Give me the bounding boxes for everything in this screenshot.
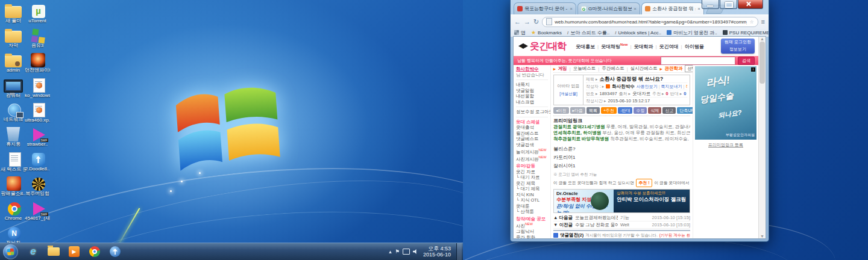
edit-button[interactable]: 수정 bbox=[634, 107, 647, 114]
taskbar-explorer[interactable] bbox=[43, 244, 64, 259]
sidebar-item-comment-alerts[interactable]: 댓글알림 bbox=[516, 88, 550, 94]
nav-item[interactable]: 웃대홍보 bbox=[576, 43, 595, 50]
tab-close-icon[interactable]: × bbox=[697, 6, 700, 11]
desktop-icon-network[interactable]: 네트워크 bbox=[1, 102, 25, 127]
sidebar-item[interactable]: 사진NEW bbox=[516, 221, 550, 229]
premium-link-row[interactable]: 관절치료 광덕21세기병원 무릎, 어깨, 발목관절, 비수술치료, 관절내시경… bbox=[553, 124, 690, 130]
minimize-button[interactable] bbox=[702, 0, 719, 9]
scrollbar-thumb[interactable] bbox=[760, 42, 765, 84]
bookmark-4[interactable]: 마비노기 영웅전 과.. bbox=[667, 29, 717, 36]
desktop-icon-squares-app[interactable]: 음유3 bbox=[25, 28, 49, 53]
link-view-usage[interactable]: 사용안보기 bbox=[637, 84, 658, 88]
address-bar[interactable]: web.humoruniv.com/board/humor/read.html?… bbox=[542, 17, 758, 27]
sidebar-item[interactable]: └ 산책툰 bbox=[516, 209, 550, 215]
desktop-icon-swf-file-1[interactable]: strawber.. bbox=[25, 127, 49, 152]
bookmark-star-icon[interactable]: ☆ bbox=[749, 19, 753, 25]
scroll-up-arrow[interactable]: ▲ bbox=[760, 37, 764, 41]
reload-button[interactable]: ↻ bbox=[533, 19, 539, 25]
desktop-icon-game[interactable]: 팡해율소8.. bbox=[1, 176, 25, 201]
desktop-icon-ko-windows-file[interactable]: ko_windows.. bbox=[25, 78, 49, 102]
short-url-button[interactable]: 단축URL bbox=[677, 107, 693, 114]
ad-banner[interactable]: Dr.Oracle 수분부족형 지성 피부!!! 끈/적/임 없이 수/분 채우… bbox=[553, 189, 690, 213]
site-logo[interactable]: 웃긴대학 bbox=[530, 40, 566, 53]
search-input[interactable] bbox=[661, 57, 735, 65]
desktop-icon-ultra-file[interactable]: ultra460.xp.. bbox=[25, 102, 49, 127]
sidebar-item[interactable]: 웃대툰 bbox=[516, 203, 550, 209]
login-info-badge[interactable]: 현재 로그인한 정보보기 bbox=[721, 39, 755, 54]
desktop-icon-utorrent[interactable]: µuTorrent bbox=[25, 4, 49, 28]
prev-button[interactable]: ◂이전 bbox=[553, 107, 569, 114]
browser-menu-icon[interactable]: ≡ bbox=[761, 18, 765, 25]
sidebar-item[interactable]: 그림낙서 bbox=[516, 229, 550, 235]
desktop-icon-text-document[interactable]: 새 텍스트 문서 bbox=[1, 152, 25, 176]
back-button[interactable]: ← bbox=[514, 19, 521, 25]
sidebar-item[interactable]: └ 대기 제목 bbox=[516, 186, 550, 192]
search-button[interactable]: 검색 bbox=[738, 57, 755, 65]
hidden-icons-arrow[interactable]: ▴ bbox=[389, 249, 392, 255]
nav-item[interactable]: 아이템몰 bbox=[685, 43, 704, 50]
sidebar-item[interactable]: 놀이게시판NEW bbox=[516, 147, 550, 155]
menu-week-best[interactable]: 주간베스트 bbox=[602, 66, 624, 72]
tab-2[interactable]: G G마켓-나의쇼핑정보 × bbox=[577, 2, 640, 14]
volume-icon[interactable] bbox=[413, 249, 418, 254]
close-button[interactable] bbox=[738, 0, 763, 9]
desktop-icon-new-folder[interactable]: 새 폴더 bbox=[1, 4, 25, 28]
sidebar-item[interactable]: 웃대출석 bbox=[516, 125, 550, 131]
menu-realtime-best[interactable]: 실시간베스트 bbox=[631, 66, 658, 72]
sidebar-item[interactable]: 웃긴 자료 bbox=[516, 169, 550, 175]
next-post-title[interactable]: 오늘요경제하봤는데전체적용짱?? bbox=[575, 214, 618, 221]
link-send-message[interactable]: 쪽지보내기 bbox=[661, 84, 682, 88]
start-button[interactable] bbox=[3, 244, 18, 259]
menu-today-best[interactable]: 오늘베스트 bbox=[573, 66, 596, 72]
sidebar-item[interactable]: └ 대기 자료 bbox=[516, 175, 550, 181]
premium-link-register[interactable]: 프리미엄링크 등록 bbox=[695, 142, 756, 148]
vertical-scrollbar[interactable]: ▲ ▼ bbox=[758, 37, 766, 238]
list-button[interactable]: 목록 bbox=[587, 107, 600, 114]
desktop-icon-subtitles-folder[interactable]: 자막 bbox=[1, 28, 25, 53]
prev-post-row[interactable]: ▼ 이전글 수발 그냥 전화로 물어보고 결제 그랬둥 Welt 2015-06… bbox=[553, 221, 690, 229]
upvote-button[interactable]: +추천 bbox=[601, 107, 617, 114]
sidebar-item[interactable]: 웃긴 제목 bbox=[516, 181, 550, 187]
premium-link-row[interactable]: 척추관절치료 바양무척병원 척추관절치료, 비수술치료, 레이저수술, 관절내시… bbox=[553, 136, 690, 142]
sidebar-item[interactable]: 사진게시판NEW bbox=[516, 155, 550, 162]
sidebar-item[interactable]: 지식 KIN bbox=[516, 192, 550, 198]
desktop-icon-computer[interactable]: 컴퓨터 bbox=[1, 78, 25, 102]
taskbar-chrome[interactable] bbox=[84, 244, 105, 259]
sidebar-item-account[interactable]: 정보수정 로그아웃 bbox=[516, 109, 550, 115]
lasik-ad[interactable]: i 라식! 당일수술 되나요? 부평성모안과의원 bbox=[695, 66, 756, 140]
bookmark-5[interactable]: PSU REQUIREMENT.. bbox=[723, 30, 769, 36]
sidebar-item[interactable]: 댓글검색 bbox=[516, 142, 550, 148]
dept-select[interactable]: 선택해주세요 ▼ bbox=[685, 65, 693, 72]
sidebar-item[interactable]: 중간 회화 bbox=[516, 235, 550, 239]
desktop-icon-pattern-app[interactable]: 복주머잉험 bbox=[25, 176, 49, 201]
tab-close-icon[interactable]: × bbox=[634, 6, 637, 11]
sidebar-item[interactable]: 월간베스트 bbox=[516, 131, 550, 137]
sidebar-item-gifts[interactable]: 내선물함 bbox=[516, 93, 550, 99]
bookmark-apps[interactable]: 앱 bbox=[514, 29, 526, 36]
tab-3-active[interactable]: 소환사 중급정령 뭐 쓰나.. × bbox=[641, 2, 704, 14]
nav-item[interactable]: 웃대채팅New bbox=[601, 43, 627, 50]
link-author-posts[interactable]: 작성자글보기 bbox=[685, 84, 687, 88]
delete-button[interactable]: 삭제 bbox=[648, 107, 661, 114]
desktop-icon-recycle-bin[interactable]: 휴지통 bbox=[1, 127, 25, 152]
prev-post-title[interactable]: 수발 그냥 전화로 물어보고 결제 그랬둥 bbox=[575, 221, 618, 228]
downvote-button[interactable]: -반대 bbox=[618, 107, 632, 114]
taskbar-gom-player[interactable]: ▶ bbox=[64, 244, 84, 259]
taskbar-ie[interactable]: e bbox=[23, 244, 43, 259]
recommend-button[interactable]: 추천 ! bbox=[636, 179, 653, 187]
report-button[interactable]: 신고 bbox=[662, 107, 676, 114]
ad-info-icon[interactable]: i bbox=[751, 67, 755, 72]
scroll-down-arrow[interactable]: ▼ bbox=[760, 234, 764, 238]
sidebar-item[interactable]: 댓글베스트 bbox=[516, 136, 550, 142]
next-button[interactable]: ▸다음 bbox=[570, 107, 586, 114]
sidebar-item[interactable]: └ 지식 OTL bbox=[516, 197, 550, 203]
nav-item[interactable]: 웃긴여대 bbox=[659, 43, 679, 50]
next-post-row[interactable]: ▲ 다음글 오늘요경제하봤는데전체적용짱?? 기능 2015-06-10 [15… bbox=[553, 214, 690, 221]
maximize-button[interactable] bbox=[720, 0, 737, 9]
forward-button[interactable]: → bbox=[524, 19, 530, 25]
desktop-icon-chrome[interactable]: Chrome bbox=[1, 201, 25, 226]
premium-link-row[interactable]: 연세척추치료, 하이병원 부산, 울산, 어깨 무릎 관절질환 치료, 최신근처… bbox=[553, 130, 690, 136]
action-center-flag-icon[interactable]: ⚑ bbox=[395, 249, 400, 255]
desktop-icon-doodle-app[interactable]: 2.Doodle8.. bbox=[25, 152, 49, 176]
post-author[interactable]: 화사한박수 bbox=[612, 83, 635, 90]
